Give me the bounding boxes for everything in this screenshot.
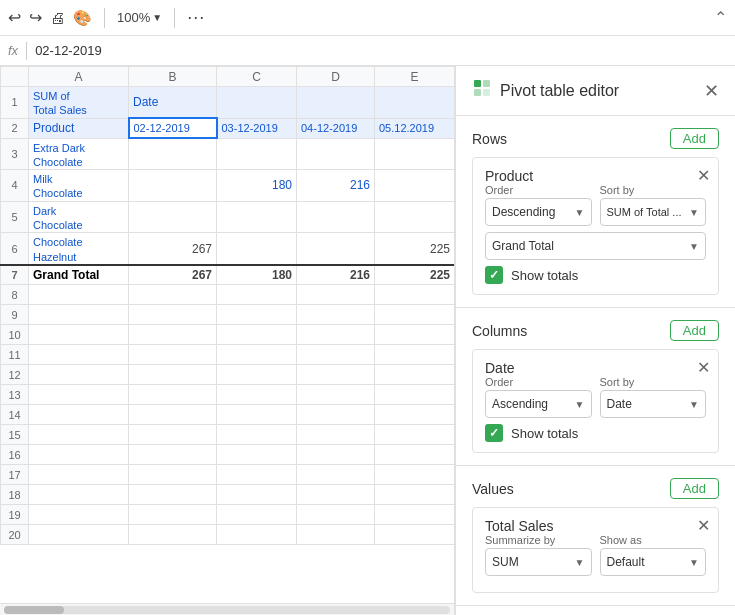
col-header-d[interactable]: D [297,67,375,87]
values-summarize-label: Summarize by [485,534,592,546]
cell-e6[interactable]: 225 [375,233,455,265]
table-row: 2 Product 02-12-2019 03-12-2019 04-12-20… [1,118,455,138]
cell-c2[interactable]: 03-12-2019 [217,118,297,138]
zoom-dropdown-icon[interactable]: ▼ [152,12,162,23]
cell-a1[interactable]: SUM ofTotal Sales [29,87,129,119]
values-showas-group: Show as Default ▼ [600,534,707,576]
table-row: 15 [1,425,455,445]
cell-a4[interactable]: MilkChocolate [29,170,129,202]
columns-show-totals-checkbox[interactable]: ✓ [485,424,503,442]
pivot-panel-title: Pivot table editor [500,82,696,100]
values-card-title: Total Sales [485,518,553,534]
cell-a5[interactable]: DarkChocolate [29,201,129,233]
grid-table: A B C D E 1 SUM ofTotal Sales Date [0,66,454,545]
values-summarize-select[interactable]: SUM ▼ [485,548,592,576]
cell-d4[interactable]: 216 [297,170,375,202]
cell-c4[interactable]: 180 [217,170,297,202]
rows-card-title: Product [485,168,533,184]
cell-d1[interactable] [297,87,375,119]
cell-d7[interactable]: 216 [297,265,375,285]
columns-order-label: Order [485,376,592,388]
cell-e7[interactable]: 225 [375,265,455,285]
rows-add-button[interactable]: Add [670,128,719,149]
columns-add-button[interactable]: Add [670,320,719,341]
table-row: 11 [1,345,455,365]
collapse-icon[interactable]: ⌃ [714,8,727,27]
col-header-a[interactable]: A [29,67,129,87]
values-showas-value: Default [607,555,690,569]
svg-rect-3 [483,89,490,96]
format-paint-icon[interactable]: 🎨 [73,9,92,27]
rows-section: Rows Add Product ✕ Order Descending ▼ So… [456,116,735,308]
values-section-header: Values Add [472,478,719,499]
col-header-b[interactable]: B [129,67,217,87]
columns-show-totals-row: ✓ Show totals [485,424,706,442]
scrollbar-thumb[interactable] [4,606,64,614]
values-showas-select[interactable]: Default ▼ [600,548,707,576]
cell-c6[interactable] [217,233,297,265]
cell-a7[interactable]: Grand Total [29,265,129,285]
cell-a2[interactable]: Product [29,118,129,138]
values-card-close[interactable]: ✕ [697,516,710,535]
cell-d6[interactable] [297,233,375,265]
table-row: 4 MilkChocolate 180 216 [1,170,455,202]
columns-sortby-group: Sort by Date ▼ [600,376,707,418]
cell-b5[interactable] [129,201,217,233]
cell-a6[interactable]: ChocolateHazelnut [29,233,129,265]
cell-e1[interactable] [375,87,455,119]
columns-sortby-label: Sort by [600,376,707,388]
columns-date-card: Date ✕ Order Ascending ▼ Sort by Date [472,349,719,453]
print-icon[interactable]: 🖨 [50,9,65,26]
cell-b3[interactable] [129,138,217,170]
values-add-button[interactable]: Add [670,478,719,499]
cell-c7[interactable]: 180 [217,265,297,285]
rows-checkmark-icon: ✓ [489,268,499,282]
rows-section-header: Rows Add [472,128,719,149]
cell-a3[interactable]: Extra DarkChocolate [29,138,129,170]
rows-sortby-select[interactable]: SUM of Total ... ▼ [600,198,707,226]
more-options-icon[interactable]: ··· [187,7,205,28]
columns-order-select[interactable]: Ascending ▼ [485,390,592,418]
rows-show-totals-label: Show totals [511,268,578,283]
cell-b2[interactable]: 02-12-2019 [129,118,217,138]
corner-cell [1,67,29,87]
cell-d2[interactable]: 04-12-2019 [297,118,375,138]
rows-order-select[interactable]: Descending ▼ [485,198,592,226]
cell-e3[interactable] [375,138,455,170]
cell-c5[interactable] [217,201,297,233]
cell-e4[interactable] [375,170,455,202]
rows-show-totals-checkbox[interactable]: ✓ [485,266,503,284]
col-header-e[interactable]: E [375,67,455,87]
cell-d3[interactable] [297,138,375,170]
horizontal-scrollbar[interactable] [0,603,454,615]
columns-sortby-chevron: ▼ [689,399,699,410]
columns-sortby-select[interactable]: Date ▼ [600,390,707,418]
columns-card-title: Date [485,360,515,376]
formula-value: 02-12-2019 [35,43,102,58]
cell-b4[interactable] [129,170,217,202]
pivot-close-button[interactable]: ✕ [704,80,719,102]
values-section: Values Add Total Sales ✕ Summarize by SU… [456,466,735,606]
cell-d5[interactable] [297,201,375,233]
redo-icon[interactable]: ↪ [29,8,42,27]
row-num-6: 6 [1,233,29,265]
cell-c3[interactable] [217,138,297,170]
cell-e5[interactable] [375,201,455,233]
rows-grandtotal-select[interactable]: Grand Total ▼ [485,232,706,260]
cell-c1[interactable] [217,87,297,119]
cell-b7[interactable]: 267 [129,265,217,285]
rows-show-totals-row: ✓ Show totals [485,266,706,284]
columns-card-close[interactable]: ✕ [697,358,710,377]
svg-rect-0 [474,80,481,87]
cell-b1[interactable]: Date [129,87,217,119]
zoom-control[interactable]: 100% ▼ [117,10,162,25]
col-header-c[interactable]: C [217,67,297,87]
cell-e2[interactable]: 05.12.2019 [375,118,455,138]
cell-b6[interactable]: 267 [129,233,217,265]
rows-sortby-value: SUM of Total ... [607,206,690,218]
values-summarize-row: Summarize by SUM ▼ Show as Default ▼ [485,534,706,576]
undo-icon[interactable]: ↩ [8,8,21,27]
rows-card-close[interactable]: ✕ [697,166,710,185]
columns-show-totals-label: Show totals [511,426,578,441]
scrollbar-track[interactable] [4,606,450,614]
